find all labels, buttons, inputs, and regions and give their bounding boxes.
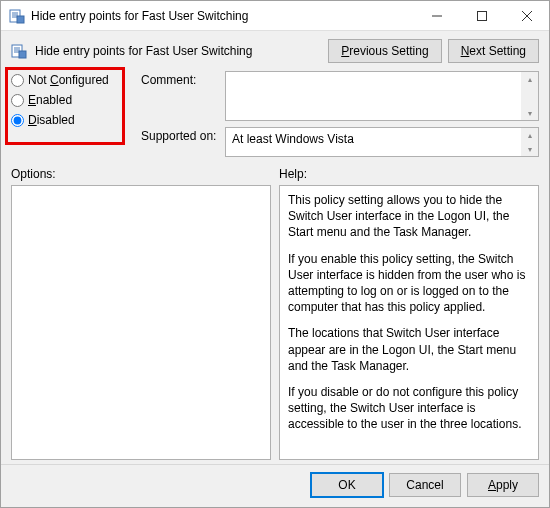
apply-button[interactable]: Apply — [467, 473, 539, 497]
radio-enabled[interactable]: Enabled — [11, 93, 131, 107]
comment-scrollbar[interactable]: ▴ ▾ — [521, 72, 538, 120]
supported-on-value: At least Windows Vista — [232, 132, 354, 146]
help-paragraph: This policy setting allows you to hide t… — [288, 192, 530, 241]
help-paragraph: The locations that Switch User interface… — [288, 325, 530, 374]
policy-icon — [9, 8, 25, 24]
cancel-button[interactable]: Cancel — [389, 473, 461, 497]
help-paragraph: If you disable or do not configure this … — [288, 384, 530, 433]
scroll-up-icon[interactable]: ▴ — [521, 72, 538, 86]
supported-scrollbar[interactable]: ▴ ▾ — [521, 128, 538, 156]
radio-disabled[interactable]: Disabled — [11, 113, 131, 127]
window-controls — [414, 1, 549, 30]
svg-rect-6 — [477, 11, 486, 20]
help-label: Help: — [279, 167, 539, 181]
minimize-button[interactable] — [414, 1, 459, 30]
help-box: This policy setting allows you to hide t… — [279, 185, 539, 460]
supported-on-box: At least Windows Vista ▴ ▾ — [225, 127, 539, 157]
radio-not-configured-input[interactable] — [11, 74, 24, 87]
radio-not-configured-label: Not Configured — [28, 73, 109, 87]
dialog-buttons: OK Cancel Apply — [1, 464, 549, 507]
maximize-button[interactable] — [459, 1, 504, 30]
scroll-down-icon[interactable]: ▾ — [521, 106, 538, 120]
radio-disabled-label: Disabled — [28, 113, 75, 127]
titlebar: Hide entry points for Fast User Switchin… — [1, 1, 549, 31]
content-area: Hide entry points for Fast User Switchin… — [1, 31, 549, 507]
help-panel: Help: This policy setting allows you to … — [279, 167, 539, 460]
lower-panels: Options: Help: This policy setting allow… — [1, 161, 549, 464]
scroll-up-icon[interactable]: ▴ — [521, 128, 538, 142]
help-paragraph: If you enable this policy setting, the S… — [288, 251, 530, 316]
radio-enabled-label: Enabled — [28, 93, 72, 107]
options-label: Options: — [11, 167, 271, 181]
svg-rect-4 — [17, 16, 24, 23]
radio-enabled-input[interactable] — [11, 94, 24, 107]
next-setting-button[interactable]: Next Setting — [448, 39, 539, 63]
radio-disabled-input[interactable] — [11, 114, 24, 127]
window-title: Hide entry points for Fast User Switchin… — [31, 9, 414, 23]
supported-label: Supported on: — [141, 127, 219, 143]
close-button[interactable] — [504, 1, 549, 30]
header-row: Hide entry points for Fast User Switchin… — [1, 31, 549, 67]
scroll-down-icon[interactable]: ▾ — [521, 142, 538, 156]
previous-setting-button[interactable]: Previous Setting — [328, 39, 441, 63]
radio-not-configured[interactable]: Not Configured — [11, 73, 131, 87]
state-radio-group: Not Configured Enabled Disabled — [11, 71, 131, 157]
config-row: Not Configured Enabled Disabled Comment: — [1, 67, 549, 161]
comment-textarea[interactable]: ▴ ▾ — [225, 71, 539, 121]
policy-icon — [11, 43, 27, 59]
ok-button[interactable]: OK — [311, 473, 383, 497]
options-panel: Options: — [11, 167, 271, 460]
dialog-window: Hide entry points for Fast User Switchin… — [0, 0, 550, 508]
comment-label: Comment: — [141, 71, 219, 87]
page-title: Hide entry points for Fast User Switchin… — [35, 44, 320, 58]
options-box — [11, 185, 271, 460]
svg-rect-13 — [19, 51, 26, 58]
